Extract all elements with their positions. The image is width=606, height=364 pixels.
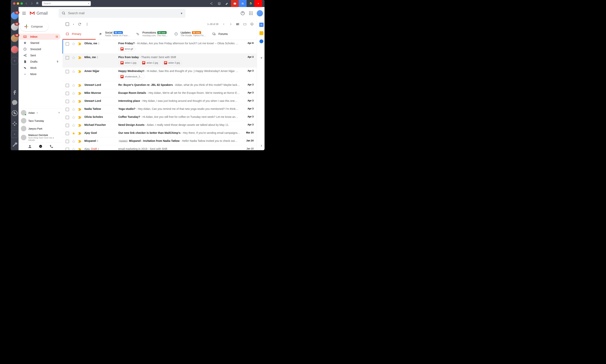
- mail-checkbox[interactable]: [66, 92, 69, 95]
- mail-checkbox[interactable]: [66, 132, 69, 135]
- workspace-avatar-2[interactable]: 52: [11, 23, 19, 31]
- importance-icon[interactable]: [78, 56, 81, 59]
- hamburger-icon[interactable]: [22, 11, 26, 16]
- chat-icon[interactable]: 99: [39, 144, 43, 149]
- star-icon[interactable]: [72, 84, 75, 87]
- profile-avatar[interactable]: [257, 10, 263, 16]
- mail-row[interactable]: Nadia TatlowYoga studio? - Hey Aidan, Ca…: [63, 105, 257, 113]
- mail-row[interactable]: Stewart LordInteresting place - Hey Aida…: [63, 97, 257, 105]
- star-icon[interactable]: [72, 108, 75, 111]
- mail-row[interactable]: Mixpanel3UpdatesMixpanel - Invitation fr…: [63, 137, 257, 145]
- person-icon[interactable]: [28, 144, 32, 149]
- mail-checkbox[interactable]: [66, 56, 69, 60]
- tab-promotions[interactable]: Promotions50 newmonday.com, The Hus…: [133, 29, 171, 39]
- layers-icon[interactable]: [215, 0, 223, 7]
- star-icon[interactable]: [72, 124, 75, 127]
- search-input[interactable]: [68, 12, 178, 15]
- tab-primary[interactable]: Primary: [63, 29, 96, 39]
- mail-row[interactable]: Michael FoucherNeed Design Assets - Aida…: [63, 121, 257, 129]
- compose-button[interactable]: Compose: [20, 22, 48, 31]
- more-icon[interactable]: [85, 22, 89, 26]
- mail-checkbox[interactable]: [66, 140, 69, 143]
- mail-row[interactable]: Ajay, Draft2email marketing in 2019 - Se…: [63, 145, 257, 150]
- importance-icon[interactable]: [78, 70, 81, 73]
- mail-row[interactable]: Ajay GoelOur new link checker is better …: [63, 129, 257, 137]
- attachment-chip[interactable]: tenor.gif: [118, 46, 135, 52]
- sidebar-folder-work[interactable]: Work: [19, 65, 61, 71]
- next-page-icon[interactable]: [229, 22, 232, 26]
- mail-checkbox[interactable]: [66, 124, 69, 127]
- calendar-addon-icon[interactable]: 31: [259, 23, 264, 27]
- back-icon[interactable]: [24, 1, 28, 5]
- apps-grid-icon[interactable]: [249, 11, 253, 16]
- youtube-app-icon[interactable]: [254, 0, 262, 7]
- star-icon[interactable]: [72, 100, 75, 103]
- search-options-icon[interactable]: ▾: [181, 12, 182, 15]
- sidebar-folder-drafts[interactable]: Drafts9: [19, 59, 61, 65]
- importance-icon[interactable]: [78, 124, 81, 127]
- importance-icon[interactable]: [78, 42, 81, 45]
- refresh-icon[interactable]: [78, 22, 81, 26]
- attachment-chip[interactable]: aidan-2.jpg: [140, 60, 160, 65]
- attachment-chip[interactable]: aidan-1.jpg: [118, 60, 138, 65]
- importance-icon[interactable]: [78, 140, 81, 143]
- add-addon-icon[interactable]: +: [260, 56, 263, 60]
- importance-icon[interactable]: [78, 84, 81, 87]
- importance-icon[interactable]: [78, 132, 81, 135]
- workspace-avatar-1[interactable]: 11: [11, 12, 19, 20]
- tab-forums[interactable]: Forums: [209, 29, 242, 39]
- messenger-icon[interactable]: [11, 99, 18, 106]
- forward-icon[interactable]: [30, 1, 34, 5]
- select-all-dropdown-icon[interactable]: ▾: [73, 23, 74, 25]
- edit-icon[interactable]: [223, 0, 231, 7]
- hangouts-contact[interactable]: Jaeyou Park: [19, 125, 63, 132]
- mail-row[interactable]: Amee NijjarHappy Wednesday!! - Hi Aidan,…: [63, 67, 257, 81]
- mail-row[interactable]: Olivia, me2Free Friday? - Hi Aidan, Are …: [63, 40, 257, 54]
- drive-app-icon[interactable]: [247, 0, 254, 7]
- calendar-app-icon[interactable]: 31: [239, 0, 247, 7]
- titlebar-search[interactable]: Search ▾: [42, 1, 91, 6]
- star-icon[interactable]: [72, 92, 75, 95]
- importance-icon[interactable]: [78, 108, 81, 111]
- attachment-chip[interactable]: shutterstock_3…: [118, 74, 145, 79]
- tasks-addon-icon[interactable]: [259, 39, 263, 43]
- mail-row[interactable]: Stewart LordRe: Buyer's Question re: JBL…: [63, 81, 257, 89]
- workspace-avatar-4[interactable]: [11, 46, 19, 53]
- sidebar-folder-more[interactable]: More: [19, 71, 61, 77]
- slack-icon[interactable]: [11, 120, 18, 127]
- star-icon[interactable]: [72, 132, 75, 135]
- bell-icon[interactable]: [35, 1, 39, 5]
- add-workspace-button[interactable]: +: [11, 57, 19, 65]
- help-icon[interactable]: [240, 11, 245, 16]
- collapse-panel-icon[interactable]: [260, 144, 263, 147]
- star-icon[interactable]: [72, 70, 75, 73]
- mail-row[interactable]: Olivia ScholesCoffee Tuesday? - Hi Aidan…: [63, 113, 257, 121]
- search-mail[interactable]: ▾: [59, 9, 186, 18]
- importance-icon[interactable]: [78, 148, 81, 150]
- hangouts-contact[interactable]: Taco Tuesday: [19, 117, 63, 125]
- mail-checkbox[interactable]: [66, 70, 69, 73]
- keep-addon-icon[interactable]: [259, 31, 263, 35]
- minimize-dot[interactable]: [17, 2, 19, 5]
- tab-updates[interactable]: Updates50 newThe Hustle, Yahoo Fin…: [171, 29, 209, 39]
- star-icon[interactable]: [72, 42, 75, 46]
- mail-checkbox[interactable]: [66, 108, 69, 111]
- mail-checkbox[interactable]: [66, 42, 69, 46]
- mail-row[interactable]: Mike MunroeEscape Room Details - Hey Aid…: [63, 89, 257, 97]
- importance-icon[interactable]: [78, 100, 81, 103]
- star-icon[interactable]: [72, 148, 75, 150]
- select-all-checkbox[interactable]: [66, 22, 69, 26]
- star-icon[interactable]: [72, 56, 75, 60]
- mail-checkbox[interactable]: [66, 116, 69, 119]
- mail-checkbox[interactable]: [66, 100, 69, 103]
- importance-icon[interactable]: [78, 116, 81, 119]
- mail-checkbox[interactable]: [66, 148, 69, 150]
- sidebar-folder-starred[interactable]: Starred: [19, 40, 61, 46]
- split-pane-icon[interactable]: [236, 22, 240, 26]
- star-icon[interactable]: [72, 140, 75, 143]
- close-dot[interactable]: [13, 2, 15, 5]
- keyboard-icon[interactable]: [243, 22, 247, 26]
- mail-checkbox[interactable]: [66, 84, 69, 87]
- importance-icon[interactable]: [78, 92, 81, 95]
- attachment-chip[interactable]: aidan-3.jpg: [162, 60, 182, 65]
